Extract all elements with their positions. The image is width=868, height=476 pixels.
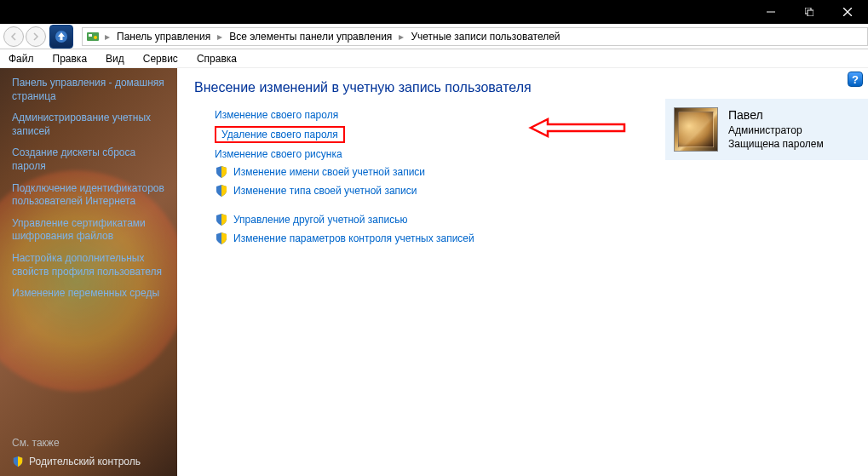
shield-icon <box>215 165 228 179</box>
close-button[interactable] <box>828 0 866 24</box>
breadcrumb[interactable]: ▸ Панель управления ▸ Все элементы панел… <box>82 27 868 46</box>
parental-control-label: Родительский контроль <box>29 456 141 467</box>
annotation-arrow-icon <box>526 115 629 141</box>
menu-view[interactable]: Вид <box>102 51 128 66</box>
navigation-bar: ▸ Панель управления ▸ Все элементы панел… <box>0 24 868 49</box>
menu-help[interactable]: Справка <box>193 51 240 66</box>
menu-tools[interactable]: Сервис <box>140 51 181 66</box>
sidebar-link-parental-control[interactable]: Родительский контроль <box>12 456 141 467</box>
minimize-button[interactable] <box>751 0 790 24</box>
shield-icon <box>215 213 228 227</box>
chevron-right-icon: ▸ <box>105 31 110 43</box>
page-title: Внесение изменений в учетную запись поль… <box>194 80 851 95</box>
sidebar-link-profile-props[interactable]: Настройка дополнительных свойств профиля… <box>12 252 165 278</box>
user-role: Администратор <box>728 123 824 137</box>
breadcrumb-item[interactable]: Учетные записи пользователей <box>405 31 565 43</box>
svg-point-8 <box>94 36 97 39</box>
menu-file[interactable]: Файл <box>5 51 37 66</box>
user-name: Павел <box>728 107 824 123</box>
maximize-button[interactable] <box>790 0 828 24</box>
up-button[interactable] <box>49 25 73 49</box>
forward-button[interactable] <box>26 26 46 47</box>
action-change-type[interactable]: Изменение типа своей учетной записи <box>215 184 851 198</box>
shield-icon <box>12 456 24 467</box>
window-titlebar <box>0 0 868 24</box>
sidebar-link-online-ids[interactable]: Подключение идентификаторов пользователе… <box>12 182 165 209</box>
action-change-name[interactable]: Изменение имени своей учетной записи <box>215 165 851 179</box>
see-also-label: См. также <box>12 437 141 449</box>
action-manage-other[interactable]: Управление другой учетной записью <box>215 213 851 227</box>
shield-icon <box>215 184 228 198</box>
sidebar-link-env-vars[interactable]: Изменение переменных среды <box>12 287 165 301</box>
sidebar-link-password-reset-disk[interactable]: Создание дискеты сброса пароля <box>12 146 165 173</box>
back-button[interactable] <box>3 26 24 47</box>
svg-rect-2 <box>808 10 813 16</box>
user-status: Защищена паролем <box>728 137 824 151</box>
menu-edit[interactable]: Правка <box>49 51 91 66</box>
breadcrumb-item[interactable]: Все элементы панели управления <box>224 31 397 43</box>
menu-bar: Файл Правка Вид Сервис Справка <box>0 49 868 68</box>
avatar <box>674 107 718 152</box>
sidebar: Панель управления - домашняя страница Ад… <box>0 68 177 476</box>
action-uac-settings[interactable]: Изменение параметров контроля учетных за… <box>215 232 851 245</box>
sidebar-link-admin-accounts[interactable]: Администрирование учетных записей <box>12 112 165 138</box>
chevron-right-icon: ▸ <box>217 31 222 43</box>
breadcrumb-item[interactable]: Панель управления <box>112 31 216 43</box>
user-card: Павел Администратор Защищена паролем <box>665 99 868 160</box>
svg-rect-7 <box>89 34 92 37</box>
shield-icon <box>215 232 228 245</box>
chevron-right-icon: ▸ <box>399 31 404 43</box>
help-icon[interactable]: ? <box>848 72 863 87</box>
sidebar-link-home[interactable]: Панель управления - домашняя страница <box>12 77 165 103</box>
main-panel: ? Внесение изменений в учетную запись по… <box>177 68 868 476</box>
control-panel-icon <box>86 30 100 43</box>
sidebar-link-certificates[interactable]: Управление сертификатами шифрования файл… <box>12 217 165 244</box>
